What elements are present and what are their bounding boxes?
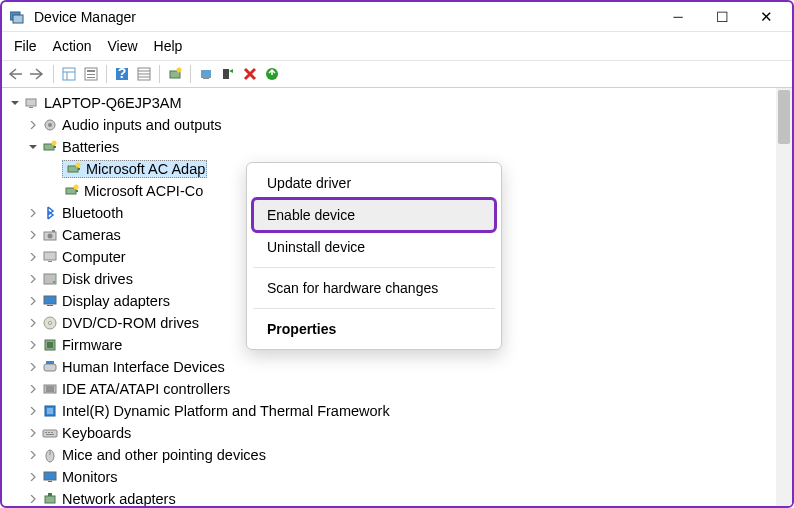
tree-item[interactable]: Intel(R) Dynamic Platform and Thermal Fr… [26, 400, 790, 422]
chevron-down-icon[interactable] [8, 99, 22, 107]
context-menu-label: Enable device [267, 207, 355, 223]
svg-rect-36 [52, 230, 55, 232]
enable-icon[interactable] [262, 64, 282, 84]
battery-icon [64, 183, 80, 199]
scan-hardware-icon[interactable] [165, 64, 185, 84]
svg-rect-32 [76, 190, 78, 192]
svg-rect-42 [47, 305, 53, 306]
tree-area: LAPTOP-Q6EJP3AMAudio inputs and outputsB… [2, 88, 792, 506]
context-menu-separator [253, 308, 495, 309]
context-menu-label: Scan for hardware changes [267, 280, 438, 296]
scrollbar-thumb[interactable] [778, 90, 790, 144]
svg-rect-6 [87, 70, 95, 72]
context-menu-item[interactable]: Uninstall device [253, 231, 495, 263]
svg-rect-62 [44, 472, 56, 480]
svg-rect-17 [201, 70, 211, 78]
dvd-icon [42, 315, 58, 331]
toolbar-separator [53, 65, 54, 83]
chevron-right-icon[interactable] [26, 451, 40, 459]
chevron-right-icon[interactable] [26, 319, 40, 327]
tree-item-label: Computer [62, 249, 126, 265]
svg-rect-26 [54, 146, 56, 148]
update-driver-icon[interactable] [196, 64, 216, 84]
tree-item-label: Cameras [62, 227, 121, 243]
battery-icon [66, 161, 82, 177]
tree-root[interactable]: LAPTOP-Q6EJP3AM [8, 92, 790, 114]
chevron-right-icon[interactable] [26, 341, 40, 349]
chevron-right-icon[interactable] [26, 121, 40, 129]
chevron-right-icon[interactable] [26, 473, 40, 481]
tree-item-label: Mice and other pointing devices [62, 447, 266, 463]
menu-help[interactable]: Help [146, 35, 191, 57]
display-icon [42, 293, 58, 309]
chevron-right-icon[interactable] [26, 385, 40, 393]
context-menu-label: Properties [267, 321, 336, 337]
show-hidden-icon[interactable] [59, 64, 79, 84]
svg-rect-8 [87, 77, 95, 78]
context-menu-item[interactable]: Update driver [253, 167, 495, 199]
context-menu-item[interactable]: Enable device [253, 199, 495, 231]
firmware-icon [42, 337, 58, 353]
context-menu: Update driverEnable deviceUninstall devi… [246, 162, 502, 350]
menu-action[interactable]: Action [45, 35, 100, 57]
chevron-right-icon[interactable] [26, 231, 40, 239]
uninstall-icon[interactable] [218, 64, 238, 84]
chevron-right-icon[interactable] [26, 495, 40, 503]
chevron-right-icon[interactable] [26, 209, 40, 217]
tree-item-label: Keyboards [62, 425, 131, 441]
forward-button[interactable] [28, 64, 48, 84]
details-icon[interactable] [134, 64, 154, 84]
tree-item[interactable]: Audio inputs and outputs [26, 114, 790, 136]
chevron-down-icon[interactable] [26, 143, 40, 151]
disable-icon[interactable] [240, 64, 260, 84]
tree-item-label: Display adapters [62, 293, 170, 309]
scrollbar[interactable] [776, 88, 792, 506]
chevron-right-icon[interactable] [26, 407, 40, 415]
svg-point-35 [48, 234, 53, 239]
chevron-right-icon[interactable] [26, 275, 40, 283]
tree-item[interactable]: Monitors [26, 466, 790, 488]
context-menu-separator [253, 267, 495, 268]
svg-rect-64 [45, 496, 55, 503]
svg-rect-7 [87, 74, 95, 75]
tree-item-label: Intel(R) Dynamic Platform and Thermal Fr… [62, 403, 390, 419]
svg-rect-58 [51, 432, 53, 433]
menu-file[interactable]: File [6, 35, 45, 57]
back-button[interactable] [6, 64, 26, 84]
chevron-right-icon[interactable] [26, 363, 40, 371]
hid-icon [42, 359, 58, 375]
camera-icon [42, 227, 58, 243]
svg-point-16 [177, 68, 182, 73]
tree-item[interactable]: Network adapters [26, 488, 790, 506]
toolbar-separator [159, 65, 160, 83]
svg-rect-56 [45, 432, 47, 433]
chevron-right-icon[interactable] [26, 297, 40, 305]
toolbar: ? [2, 60, 792, 88]
svg-rect-22 [29, 107, 33, 108]
svg-rect-65 [48, 493, 52, 496]
tree-item-label: Network adapters [62, 491, 176, 506]
svg-rect-46 [47, 342, 53, 348]
toolbar-separator [190, 65, 191, 83]
tree-item[interactable]: Batteries [26, 136, 790, 158]
chevron-right-icon[interactable] [26, 253, 40, 261]
context-menu-item[interactable]: Properties [253, 313, 495, 345]
chevron-right-icon[interactable] [26, 429, 40, 437]
context-menu-item[interactable]: Scan for hardware changes [253, 272, 495, 304]
maximize-button[interactable]: ☐ [700, 3, 744, 31]
minimize-button[interactable]: ─ [656, 3, 700, 31]
tree-item-label: Audio inputs and outputs [62, 117, 222, 133]
tree-item[interactable]: Human Interface Devices [26, 356, 790, 378]
close-button[interactable]: ✕ [744, 3, 788, 31]
properties-icon[interactable] [81, 64, 101, 84]
svg-point-33 [74, 185, 79, 190]
menu-view[interactable]: View [99, 35, 145, 57]
tree-item-label: Bluetooth [62, 205, 123, 221]
speaker-icon [42, 117, 58, 133]
window-title: Device Manager [34, 9, 656, 25]
tree-item[interactable]: Keyboards [26, 422, 790, 444]
help-icon[interactable]: ? [112, 64, 132, 84]
tree-item[interactable]: IDE ATA/ATAPI controllers [26, 378, 790, 400]
tree-item[interactable]: Mice and other pointing devices [26, 444, 790, 466]
svg-rect-59 [46, 434, 54, 435]
